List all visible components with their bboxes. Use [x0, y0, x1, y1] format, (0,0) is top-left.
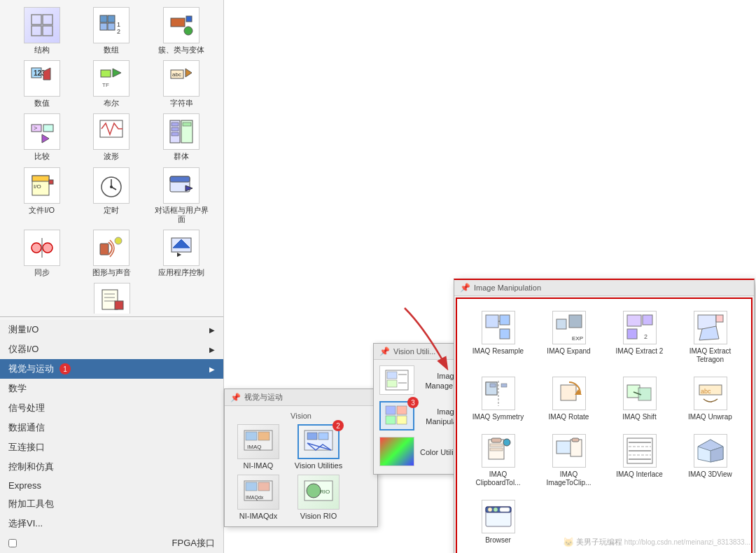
- imgmanip-imagetoclip[interactable]: IMAQ ImageToClip...: [533, 428, 604, 493]
- menu-item-fpga[interactable]: FPGA接口: [0, 533, 223, 553]
- flag-label: 簇、类与变体: [158, 46, 204, 55]
- menu-item-sigproc[interactable]: 信号处理: [0, 398, 223, 418]
- menu-item-interconnect[interactable]: 互连接口: [0, 438, 223, 457]
- svg-rect-111: [490, 448, 503, 451]
- imgmanip-tetragon[interactable]: IMAQ Extract Tetragon: [675, 304, 746, 370]
- svg-text:IMAQ: IMAQ: [247, 444, 261, 450]
- report-item[interactable]: 报表生成: [82, 283, 141, 314]
- menu-item-datacomm[interactable]: 数据通信: [0, 418, 223, 438]
- menu-item-measio-label: 测量I/O: [8, 323, 38, 336]
- imgmanip-shift[interactable]: IMAQ Shift: [604, 370, 675, 428]
- appctrl-item[interactable]: ▶ 应用程序控制: [152, 230, 211, 277]
- menu-item-instrio[interactable]: 仪器I/O ▶: [0, 340, 223, 359]
- svg-text:2: 2: [644, 333, 648, 340]
- svg-point-112: [503, 439, 510, 446]
- menu-item-express[interactable]: Express: [0, 477, 223, 494]
- struct-item[interactable]: 结构: [12, 7, 71, 55]
- svg-rect-67: [258, 482, 270, 491]
- menu-item-ctrlsim-label: 控制和仿真: [8, 461, 54, 473]
- svg-point-44: [31, 243, 41, 253]
- flag-item[interactable]: 簇、类与变体: [152, 7, 211, 55]
- svg-rect-1: [43, 15, 52, 24]
- svg-rect-74: [387, 380, 397, 387]
- svg-rect-89: [627, 315, 641, 326]
- svg-rect-3: [43, 26, 52, 36]
- timing-label: 定时: [104, 206, 119, 215]
- menu-item-measio[interactable]: 测量I/O ▶: [0, 320, 223, 340]
- menu-item-math[interactable]: 数学: [0, 379, 223, 398]
- menu-item-datacomm-label: 数据通信: [8, 421, 45, 434]
- imgmanip-clipboard[interactable]: IMAQ ClipboardTol...: [463, 428, 533, 493]
- unwrap-icon: abc: [694, 377, 727, 410]
- array-item[interactable]: 1 2 数组: [82, 7, 141, 55]
- menu-item-vision-arrow: ▶: [209, 365, 215, 373]
- dialog-item[interactable]: 对话框与用户界面: [152, 167, 211, 224]
- timing-item[interactable]: 定时: [82, 167, 141, 224]
- expand-label: IMAQ Expand: [547, 347, 590, 356]
- fpga-checkbox[interactable]: [8, 539, 17, 547]
- svg-point-128: [488, 507, 492, 512]
- num-item[interactable]: 123 数值: [12, 60, 71, 108]
- imgmanip-unwrap[interactable]: abc IMAQ Unwrap: [675, 370, 746, 428]
- symmetry-icon: [482, 377, 515, 410]
- menu-item-math-label: 数学: [8, 382, 27, 395]
- vision-visutil[interactable]: 2 Vision Utilities: [290, 424, 346, 470]
- flag-icon: [163, 7, 200, 43]
- svg-point-129: [493, 507, 498, 512]
- imgmanip-symmetry[interactable]: IMAQ Symmetry: [463, 370, 533, 428]
- vision-nimaq[interactable]: IMAQ NI-IMAQ: [230, 424, 286, 470]
- expand-icon: EXP: [552, 311, 586, 344]
- struct-icon: [24, 7, 60, 43]
- imgmanip-3dview[interactable]: IMAQ 3DView: [675, 428, 746, 493]
- svg-marker-25: [42, 134, 49, 143]
- imgmanip-expand[interactable]: EXP IMAQ Expand: [533, 304, 604, 370]
- clipboard-label: IMAQ ClipboardTol...: [466, 470, 530, 487]
- vision-nimaqdx[interactable]: IMAQdx NI-IMAQdx: [230, 475, 286, 521]
- nimaqdx-icon: IMAQdx: [237, 475, 279, 510]
- wave-item[interactable]: 波形: [82, 113, 141, 161]
- svg-rect-82: [486, 315, 498, 328]
- menu-item-addons-label: 附加工具包: [8, 498, 54, 510]
- svg-rect-42: [170, 176, 190, 182]
- visionrio-icon: RIO: [298, 475, 340, 510]
- imgmanip-resample[interactable]: IMAQ Resample: [463, 304, 533, 370]
- visionrio-label: Vision RIO: [300, 512, 337, 521]
- compare-item[interactable]: > 比较: [12, 113, 71, 161]
- imgmanip-browser[interactable]: Browser: [463, 493, 533, 551]
- fileio-icon: I/O: [24, 167, 60, 204]
- svg-point-12: [184, 27, 192, 35]
- vision-rio[interactable]: RIO Vision RIO: [290, 475, 346, 521]
- svg-rect-36: [49, 180, 53, 184]
- bool-item[interactable]: TF 布尔: [82, 60, 141, 108]
- view3d-icon: [694, 434, 727, 468]
- imgmanip-interlace[interactable]: IMAQ Interlace: [604, 428, 675, 493]
- menu-item-vision[interactable]: 视觉与运动 1 ▶: [0, 359, 223, 379]
- menu-item-addons[interactable]: 附加工具包: [0, 494, 223, 514]
- svg-point-45: [43, 243, 52, 253]
- imagetoclip-label: IMAQ ImageToClip...: [537, 470, 601, 487]
- svg-rect-90: [643, 315, 652, 325]
- cluster-item[interactable]: 群体: [152, 113, 211, 161]
- shift-label: IMAQ Shift: [622, 413, 656, 421]
- imgmanip-rotate[interactable]: IMAQ Rotate: [533, 370, 604, 428]
- menu-item-fpga-label: FPGA接口: [172, 537, 215, 550]
- icon-row-6: 报表生成: [7, 283, 216, 314]
- extract2-icon: 2: [623, 311, 657, 344]
- unwrap-label: IMAQ Unwrap: [688, 413, 732, 421]
- svg-rect-62: [307, 433, 317, 440]
- sync-item[interactable]: 同步: [12, 230, 71, 277]
- menu-item-vision-label: 视觉与运动: [8, 363, 54, 375]
- str-item[interactable]: abc 字符串: [152, 60, 211, 108]
- audio-item[interactable]: 图形与声音: [82, 230, 141, 277]
- svg-rect-47: [100, 244, 108, 255]
- menu-item-ctrlsim[interactable]: 控制和仿真: [0, 457, 223, 477]
- appctrl-icon: ▶: [163, 230, 200, 266]
- watermark-text: 美男子玩编程: [576, 537, 622, 547]
- fileio-item[interactable]: I/O 文件I/O: [12, 167, 71, 224]
- menu-item-selectvi[interactable]: 选择VI...: [0, 514, 223, 533]
- svg-rect-32: [183, 122, 191, 126]
- svg-text:abc: abc: [701, 388, 711, 395]
- vision-badge: 1: [59, 363, 71, 374]
- symmetry-label: IMAQ Symmetry: [472, 413, 524, 421]
- imgmanip-extract2[interactable]: 2 IMAQ Extract 2: [604, 304, 675, 370]
